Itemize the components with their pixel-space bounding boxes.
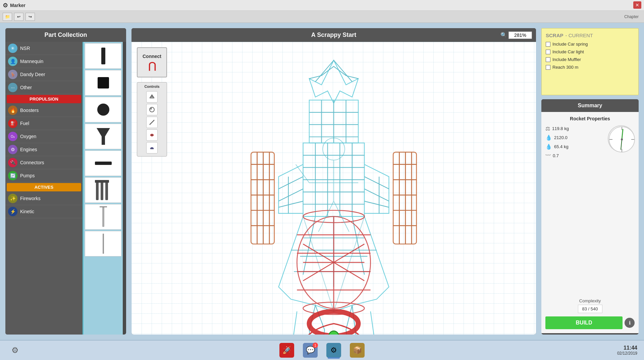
scrap-subtitle: - CURRENT	[566, 33, 593, 38]
svg-line-37	[279, 201, 303, 207]
thumbnail-7[interactable]	[85, 204, 121, 230]
info-button[interactable]: ℹ	[625, 318, 635, 328]
svg-rect-11	[103, 234, 104, 254]
thumbnail-8[interactable]	[85, 231, 121, 256]
svg-line-53	[371, 311, 377, 335]
dandy-deer-icon: 🦌	[8, 70, 17, 79]
ctrl-btn-5[interactable]	[146, 142, 158, 154]
note-item-4: Reach 300 m	[546, 65, 634, 70]
liquid-icon: 💧	[545, 143, 552, 150]
thumbnail-6[interactable]	[85, 177, 121, 203]
task-item-2[interactable]: 💬 1	[302, 342, 319, 359]
nsr-label: NSR	[20, 46, 30, 51]
svg-point-17	[151, 134, 153, 136]
ctrl-btn-3[interactable]	[146, 117, 158, 128]
fireworks-label: Fireworks	[20, 196, 41, 201]
thumbnail-2[interactable]	[85, 70, 121, 96]
scrap-label: SCRAP	[546, 33, 564, 38]
oxygen-icon: O₂	[8, 132, 17, 141]
summary-body: Rocket Properties ⚖ 119.8 kg 💧 2120.0 💧	[541, 112, 639, 333]
task-badge-2: 1	[313, 343, 318, 348]
part-collection-panel: Part Collection ✳ NSR 👤 Mannequin 🦌 Dand…	[5, 28, 126, 335]
ctrl-btn-4[interactable]	[146, 129, 158, 141]
part-item-dandy-deer[interactable]: 🦌 Dandy Deer	[5, 68, 83, 81]
canvas-panel: A Scrappy Start 🔍 281% Connect ⋂ Control…	[131, 28, 536, 335]
thumbnail-5[interactable]	[85, 151, 121, 176]
note-item-2: Include Car light	[546, 49, 634, 54]
date: 02/12/2019	[617, 351, 637, 356]
selection-dot[interactable]	[329, 331, 338, 335]
mass-icon: ⚖	[545, 125, 550, 132]
svg-line-35	[279, 177, 303, 189]
canvas-header: A Scrappy Start 🔍 281%	[131, 28, 536, 42]
other-label: Other	[20, 85, 32, 90]
part-item-connectors[interactable]: 🔌 Connectors	[5, 156, 83, 169]
actives-header: ACTIVES	[7, 183, 81, 191]
complexity-title: Complexity	[545, 298, 635, 303]
task-icon-bg-3: ⚙	[326, 343, 341, 358]
part-collection-title: Part Collection	[5, 28, 126, 42]
part-item-other[interactable]: ··· Other	[5, 81, 83, 94]
thumbnail-1[interactable]	[85, 43, 121, 69]
controls-title: Controls	[139, 84, 165, 88]
connect-button[interactable]: Connect ⋂	[137, 47, 167, 77]
canvas-title: A Scrappy Start	[311, 32, 356, 39]
part-collection-body: ✳ NSR 👤 Mannequin 🦌 Dandy Deer ··· Other	[5, 42, 126, 335]
close-button[interactable]: ✕	[633, 1, 641, 9]
svg-rect-1	[98, 77, 109, 88]
checkbox-4[interactable]	[546, 65, 550, 70]
redo-button[interactable]: ↪	[25, 13, 35, 21]
build-button[interactable]: BUILD	[545, 316, 623, 329]
svg-point-2	[97, 104, 109, 116]
part-item-oxygen[interactable]: O₂ Oxygen	[5, 130, 83, 143]
task-icon-1: 🚀	[282, 346, 291, 355]
task-item-1[interactable]: 🚀	[278, 342, 295, 359]
settings-icon: ⚙	[11, 346, 19, 355]
task-item-3[interactable]: ⚙	[325, 342, 342, 359]
folder-button[interactable]: 📁	[3, 13, 12, 21]
zoom-input[interactable]: 281%	[508, 32, 532, 39]
svg-rect-5	[96, 180, 99, 200]
pumps-icon: 🔄	[8, 171, 17, 180]
note-title: SCRAP - CURRENT	[546, 33, 634, 38]
part-item-boosters[interactable]: 🔥 Boosters	[5, 104, 83, 117]
part-item-engines[interactable]: ⚙ Engines	[5, 143, 83, 156]
time: 11:44	[617, 345, 637, 351]
checkbox-1[interactable]	[546, 42, 550, 47]
svg-rect-9	[102, 207, 104, 227]
value2-icon: 💧	[545, 134, 552, 141]
prop-mass: ⚖ 119.8 kg	[545, 125, 604, 132]
kinetic-icon: ⚡	[8, 207, 17, 216]
task-item-4[interactable]: 📦	[349, 342, 366, 359]
time-display: 11:44 02/12/2019	[617, 345, 637, 356]
part-item-fuel[interactable]: ⛽ Fuel	[5, 117, 83, 130]
undo-button[interactable]: ↩	[14, 13, 23, 21]
part-item-pumps[interactable]: 🔄 Pumps	[5, 169, 83, 182]
summary-panel: Summary Rocket Properties ⚖ 119.8 kg 💧 2…	[541, 99, 639, 335]
chapter-label: Chapter	[624, 14, 639, 19]
scrap-note: SCRAP - CURRENT Include Car spring Inclu…	[541, 28, 639, 95]
controls-panel: Controls	[137, 82, 167, 157]
svg-line-16	[150, 120, 154, 125]
propulsion-header: PROPULSION	[7, 95, 81, 103]
svg-point-15	[150, 108, 152, 110]
ctrl-btn-2[interactable]	[146, 104, 158, 115]
rocket-illustration	[131, 42, 536, 335]
mannequin-icon: 👤	[8, 57, 17, 66]
svg-line-36	[279, 189, 303, 201]
part-item-fireworks[interactable]: ✨ Fireworks	[5, 192, 83, 205]
fireworks-icon: ✨	[8, 194, 17, 203]
part-item-kinetic[interactable]: ⚡ Kinetic	[5, 205, 83, 218]
ctrl-btn-1[interactable]	[146, 91, 158, 103]
checkbox-2[interactable]	[546, 50, 550, 54]
complexity-value: 83 / 540	[578, 305, 602, 313]
engines-icon: ⚙	[8, 145, 17, 154]
checkbox-3[interactable]	[546, 57, 550, 62]
part-item-mannequin[interactable]: 👤 Mannequin	[5, 55, 83, 68]
part-item-nsr[interactable]: ✳ NSR	[5, 42, 83, 55]
thumbnail-4[interactable]	[85, 124, 121, 149]
note-label-4: Reach 300 m	[552, 65, 578, 70]
settings-task-item[interactable]: ⚙	[7, 342, 23, 359]
thumbnail-3[interactable]	[85, 97, 121, 122]
pumps-label: Pumps	[20, 173, 35, 178]
